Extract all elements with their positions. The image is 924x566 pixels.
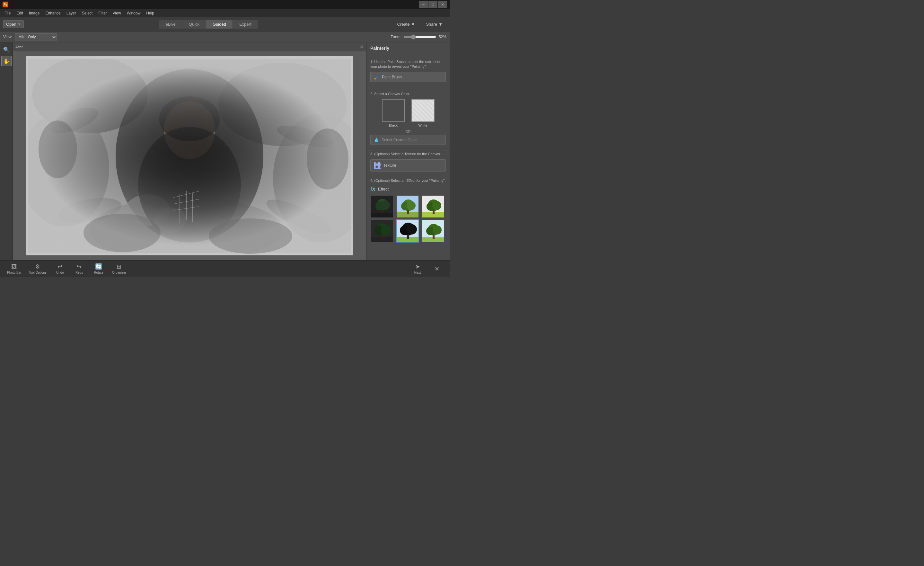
effect-thumb-3-svg xyxy=(422,196,444,218)
left-toolbar: 🔍 ✋ xyxy=(0,42,13,260)
open-label: Open xyxy=(6,22,16,27)
fx-header: fx Effect xyxy=(370,186,446,192)
cancel-button[interactable]: ✕ xyxy=(427,264,446,274)
effect-thumb-2[interactable] xyxy=(396,195,419,218)
tab-expert[interactable]: Expert xyxy=(233,20,258,29)
canvas-label: After xyxy=(15,45,23,49)
black-swatch-item: Black xyxy=(382,99,405,127)
create-label: Create xyxy=(397,22,410,27)
svg-rect-61 xyxy=(407,235,409,239)
minimize-button[interactable]: ─ xyxy=(419,1,428,8)
view-select[interactable]: After Only Before Only Before & After (H… xyxy=(15,33,57,41)
svg-point-29 xyxy=(209,218,292,254)
svg-point-28 xyxy=(84,214,160,252)
step1-label: 1. Use the Paint Brush to paint the subj… xyxy=(370,59,446,69)
white-swatch[interactable] xyxy=(411,99,435,122)
rotate-button[interactable]: 🔄 Rotate xyxy=(89,262,108,276)
tool-options-button[interactable]: ⚙ Tool Options xyxy=(25,262,50,276)
effect-label: Effect xyxy=(378,187,388,191)
zoom-value: 52% xyxy=(439,35,446,39)
app-icon-label: Ps xyxy=(3,3,8,6)
search-icon: 🔍 xyxy=(3,47,10,53)
effect-thumb-5-svg xyxy=(397,220,419,243)
open-button[interactable]: Open ▼ xyxy=(3,20,24,28)
menu-layer[interactable]: Layer xyxy=(64,10,79,17)
menu-select[interactable]: Select xyxy=(80,10,95,17)
zoom-slider[interactable] xyxy=(404,35,436,39)
svg-point-30 xyxy=(39,120,77,178)
panel-title: Painterly xyxy=(370,46,446,51)
tab-guided[interactable]: Guided xyxy=(206,20,232,29)
fx-icon: fx xyxy=(370,186,375,192)
menu-file[interactable]: File xyxy=(2,10,13,17)
share-button[interactable]: Share ▼ xyxy=(422,20,446,28)
organizer-button[interactable]: ⊞ Organizer xyxy=(108,262,130,276)
close-canvas-button[interactable]: ✕ xyxy=(360,44,363,50)
effect-thumb-4[interactable] xyxy=(370,219,393,243)
svg-rect-67 xyxy=(433,235,435,239)
menu-view[interactable]: View xyxy=(110,10,124,17)
canvas-area: After ✕ xyxy=(13,42,366,260)
paint-brush-label: Paint Brush xyxy=(382,75,402,80)
svg-rect-27 xyxy=(351,56,353,255)
effect-thumb-6[interactable] xyxy=(422,219,444,243)
create-button[interactable]: Create ▼ xyxy=(393,20,419,28)
photo-bin-label: Photo Bin xyxy=(7,271,21,274)
photo-bin-button[interactable]: 🖼 Photo Bin xyxy=(3,262,25,276)
hand-tool-button[interactable]: ✋ xyxy=(1,56,12,66)
share-arrow-icon: ▼ xyxy=(438,22,442,27)
undo-button[interactable]: ↩ Undo xyxy=(50,262,70,276)
menu-edit[interactable]: Edit xyxy=(14,10,26,17)
app-icon: Ps xyxy=(3,2,8,8)
redo-label: Redo xyxy=(75,271,83,274)
custom-color-button[interactable]: 💧 Select Custom Color xyxy=(370,135,446,145)
step4-section: 4. (Optional) Select an Effect for your … xyxy=(366,175,450,246)
canvas-svg xyxy=(26,56,353,255)
close-button[interactable]: ✕ xyxy=(438,1,447,8)
main-area: 🔍 ✋ After ✕ xyxy=(0,42,450,260)
menu-filter[interactable]: Filter xyxy=(96,10,110,17)
step2-section: 2. Select a Canvas Color. Black White OR… xyxy=(366,89,450,149)
effect-thumb-5[interactable] xyxy=(396,219,419,243)
viewbar: View: After Only Before Only Before & Af… xyxy=(0,32,450,42)
next-label: Next xyxy=(414,271,421,274)
step2-label: 2. Select a Canvas Color. xyxy=(370,92,446,96)
menu-help[interactable]: Help xyxy=(144,10,157,17)
svg-point-35 xyxy=(380,200,390,210)
white-swatch-item: White xyxy=(411,99,435,127)
step4-label: 4. (Optional) Select an Effect for your … xyxy=(370,178,446,183)
organizer-label: Organizer xyxy=(112,271,126,274)
svg-rect-43 xyxy=(407,210,409,214)
svg-rect-25 xyxy=(26,253,353,255)
step3-section: 3. (Optional) Select a Texture for the C… xyxy=(366,149,450,175)
top-toolbar: Open ▼ eLive Quick Guided Expert Create … xyxy=(0,17,450,32)
next-button[interactable]: ➤ Next xyxy=(408,262,427,276)
tab-quick[interactable]: Quick xyxy=(182,20,206,29)
rotate-label: Rotate xyxy=(94,271,103,274)
bottom-bar: 🖼 Photo Bin ⚙ Tool Options ↩ Undo ↪ Redo… xyxy=(0,260,450,277)
texture-button[interactable]: Texture xyxy=(370,159,446,171)
menu-enhance[interactable]: Enhance xyxy=(43,10,63,17)
effects-grid xyxy=(370,195,446,243)
svg-rect-26 xyxy=(26,56,28,255)
svg-point-42 xyxy=(406,201,416,210)
search-tool-button[interactable]: 🔍 xyxy=(1,44,12,55)
titlebar: Ps ─ □ ✕ xyxy=(0,0,450,9)
black-swatch[interactable] xyxy=(382,99,405,122)
share-label: Share xyxy=(426,22,437,27)
paint-brush-button[interactable]: 🖌️ Paint Brush xyxy=(370,72,446,82)
tab-elive[interactable]: eLive xyxy=(159,20,182,29)
effect-thumb-3[interactable] xyxy=(422,195,444,218)
menu-window[interactable]: Window xyxy=(124,10,143,17)
menu-image[interactable]: Image xyxy=(26,10,42,17)
redo-button[interactable]: ↪ Redo xyxy=(70,262,89,276)
eyedropper-icon: 💧 xyxy=(374,138,379,142)
effect-thumb-1[interactable] xyxy=(370,195,393,218)
texture-icon xyxy=(374,162,381,169)
view-label: View: xyxy=(3,35,12,39)
rotate-icon: 🔄 xyxy=(95,263,102,270)
or-divider: OR xyxy=(370,130,446,134)
maximize-button[interactable]: □ xyxy=(429,1,437,8)
effect-thumb-6-svg xyxy=(422,220,444,243)
step1-section: 1. Use the Paint Brush to paint the subj… xyxy=(366,56,450,89)
